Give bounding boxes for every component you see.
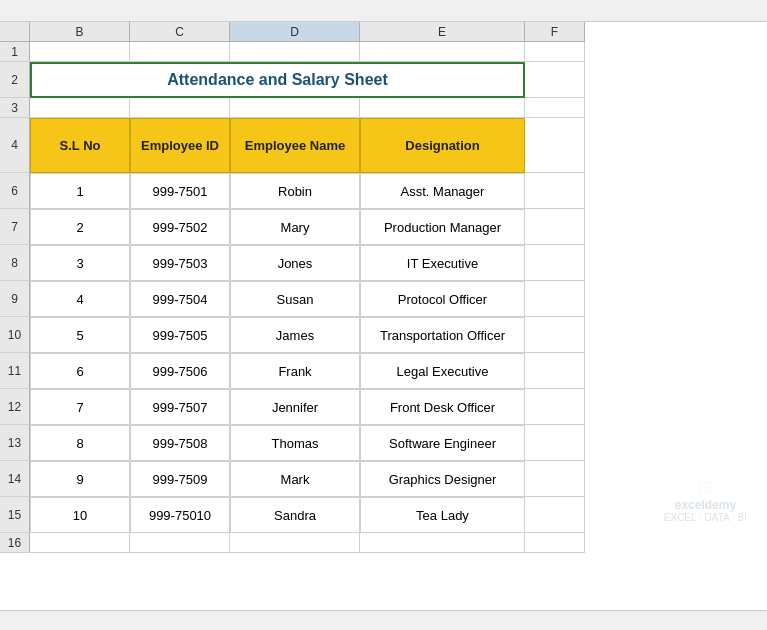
header-sl-no: S.L No bbox=[30, 118, 130, 173]
cell-F11[interactable] bbox=[525, 353, 585, 389]
cell-sl-6[interactable]: 7 bbox=[30, 389, 130, 425]
cell-id-8[interactable]: 999-7509 bbox=[130, 461, 230, 497]
cell-name-9[interactable]: Sandra bbox=[230, 497, 360, 533]
cell-B1[interactable] bbox=[30, 42, 130, 62]
cell-sl-0[interactable]: 1 bbox=[30, 173, 130, 209]
cell-name-8[interactable]: Mark bbox=[230, 461, 360, 497]
col-header-C[interactable]: C bbox=[130, 22, 230, 42]
cell-id-3[interactable]: 999-7504 bbox=[130, 281, 230, 317]
cell-designation-4[interactable]: Transportation Officer bbox=[360, 317, 525, 353]
cell-designation-9[interactable]: Tea Lady bbox=[360, 497, 525, 533]
row-16-label: 16 bbox=[0, 533, 30, 553]
cell-sl-8[interactable]: 9 bbox=[30, 461, 130, 497]
cell-id-6[interactable]: 999-7507 bbox=[130, 389, 230, 425]
watermark-text2: EXCEL · DATA · BI bbox=[664, 512, 747, 523]
cell-F3[interactable] bbox=[525, 98, 585, 118]
row-1-label: 1 bbox=[0, 42, 30, 62]
cell-sl-1[interactable]: 2 bbox=[30, 209, 130, 245]
row-15-label: 15 bbox=[0, 497, 30, 533]
cell-designation-6[interactable]: Front Desk Officer bbox=[360, 389, 525, 425]
cell-sl-4[interactable]: 5 bbox=[30, 317, 130, 353]
cell-name-1[interactable]: Mary bbox=[230, 209, 360, 245]
col-header-E[interactable]: E bbox=[360, 22, 525, 42]
row-4-label: 4 bbox=[0, 118, 30, 173]
cell-B16[interactable] bbox=[30, 533, 130, 553]
row-8-label: 8 bbox=[0, 245, 30, 281]
col-header-rownum bbox=[0, 22, 30, 42]
watermark-logo: ⊞ bbox=[664, 476, 747, 498]
cell-C16[interactable] bbox=[130, 533, 230, 553]
data-rows-container: 61999-7501RobinAsst. Manager72999-7502Ma… bbox=[0, 173, 767, 533]
cell-name-5[interactable]: Frank bbox=[230, 353, 360, 389]
cell-name-6[interactable]: Jennifer bbox=[230, 389, 360, 425]
cell-name-2[interactable]: Jones bbox=[230, 245, 360, 281]
cell-F6[interactable] bbox=[525, 173, 585, 209]
cell-F16[interactable] bbox=[525, 533, 585, 553]
cell-name-3[interactable]: Susan bbox=[230, 281, 360, 317]
cell-C3[interactable] bbox=[130, 98, 230, 118]
cell-designation-5[interactable]: Legal Executive bbox=[360, 353, 525, 389]
cell-C1[interactable] bbox=[130, 42, 230, 62]
cell-designation-7[interactable]: Software Engineer bbox=[360, 425, 525, 461]
cell-id-7[interactable]: 999-7508 bbox=[130, 425, 230, 461]
cell-designation-3[interactable]: Protocol Officer bbox=[360, 281, 525, 317]
row-3-label: 3 bbox=[0, 98, 30, 118]
cell-id-2[interactable]: 999-7503 bbox=[130, 245, 230, 281]
title-cell: Attendance and Salary Sheet bbox=[30, 62, 525, 98]
cell-sl-3[interactable]: 4 bbox=[30, 281, 130, 317]
header-designation: Designation bbox=[360, 118, 525, 173]
col-header-B[interactable]: B bbox=[30, 22, 130, 42]
data-table: 61999-7501RobinAsst. Manager72999-7502Ma… bbox=[0, 173, 767, 533]
row-7-label: 7 bbox=[0, 209, 30, 245]
cell-B3[interactable] bbox=[30, 98, 130, 118]
cell-id-1[interactable]: 999-7502 bbox=[130, 209, 230, 245]
row-6-label: 6 bbox=[0, 173, 30, 209]
cell-designation-0[interactable]: Asst. Manager bbox=[360, 173, 525, 209]
col-header-F[interactable]: F bbox=[525, 22, 585, 42]
cell-sl-9[interactable]: 10 bbox=[30, 497, 130, 533]
cell-E16[interactable] bbox=[360, 533, 525, 553]
row-10-label: 10 bbox=[0, 317, 30, 353]
cell-E1[interactable] bbox=[360, 42, 525, 62]
cell-F7[interactable] bbox=[525, 209, 585, 245]
header-employee-name: Employee Name bbox=[230, 118, 360, 173]
cell-F4[interactable] bbox=[525, 118, 585, 173]
col-header-D[interactable]: D bbox=[230, 22, 360, 42]
cell-designation-1[interactable]: Production Manager bbox=[360, 209, 525, 245]
row-9-label: 9 bbox=[0, 281, 30, 317]
row-13-label: 13 bbox=[0, 425, 30, 461]
cell-F14[interactable] bbox=[525, 461, 585, 497]
cell-id-5[interactable]: 999-7506 bbox=[130, 353, 230, 389]
cell-id-4[interactable]: 999-7505 bbox=[130, 317, 230, 353]
cell-name-4[interactable]: James bbox=[230, 317, 360, 353]
cell-sl-2[interactable]: 3 bbox=[30, 245, 130, 281]
cell-F9[interactable] bbox=[525, 281, 585, 317]
cell-D16[interactable] bbox=[230, 533, 360, 553]
row-12-label: 12 bbox=[0, 389, 30, 425]
row-11-label: 11 bbox=[0, 353, 30, 389]
row-14-label: 14 bbox=[0, 461, 30, 497]
row-2-label: 2 bbox=[0, 62, 30, 98]
cell-name-7[interactable]: Thomas bbox=[230, 425, 360, 461]
cell-F13[interactable] bbox=[525, 425, 585, 461]
header-employee-id: Employee ID bbox=[130, 118, 230, 173]
bottom-bar bbox=[0, 610, 767, 630]
watermark: ⊞ exceldemy EXCEL · DATA · BI bbox=[664, 476, 747, 523]
cell-name-0[interactable]: Robin bbox=[230, 173, 360, 209]
cell-sl-7[interactable]: 8 bbox=[30, 425, 130, 461]
cell-F2[interactable] bbox=[525, 62, 585, 98]
cell-E3[interactable] bbox=[360, 98, 525, 118]
cell-designation-8[interactable]: Graphics Designer bbox=[360, 461, 525, 497]
cell-designation-2[interactable]: IT Executive bbox=[360, 245, 525, 281]
cell-F10[interactable] bbox=[525, 317, 585, 353]
cell-F12[interactable] bbox=[525, 389, 585, 425]
cell-F15[interactable] bbox=[525, 497, 585, 533]
cell-id-0[interactable]: 999-7501 bbox=[130, 173, 230, 209]
formula-bar bbox=[0, 0, 767, 22]
cell-D3[interactable] bbox=[230, 98, 360, 118]
cell-F8[interactable] bbox=[525, 245, 585, 281]
cell-D1[interactable] bbox=[230, 42, 360, 62]
cell-sl-5[interactable]: 6 bbox=[30, 353, 130, 389]
cell-id-9[interactable]: 999-75010 bbox=[130, 497, 230, 533]
cell-F1[interactable] bbox=[525, 42, 585, 62]
